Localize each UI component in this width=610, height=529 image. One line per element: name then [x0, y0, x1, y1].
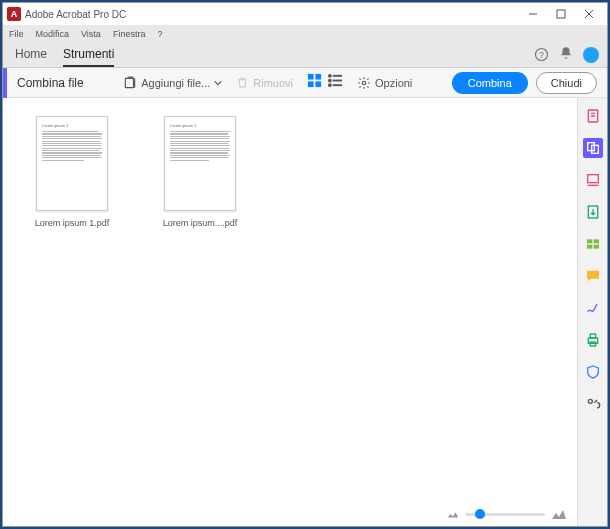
content-area[interactable]: Lorem ipsum 1 Lorem ipsum 1.pdf Lorem ip… — [3, 98, 577, 526]
trash-icon — [236, 76, 249, 89]
window-controls — [519, 4, 603, 24]
view-toggle — [307, 73, 343, 92]
accent-strip — [3, 68, 7, 98]
help-icon[interactable]: ? — [533, 47, 549, 63]
toolbar-mid: Aggiungi file... Rimuovi Opzioni — [123, 73, 412, 92]
zoom-handle[interactable] — [475, 509, 485, 519]
svg-rect-23 — [587, 239, 592, 243]
close-window-button[interactable] — [575, 4, 603, 24]
zoom-out-icon[interactable] — [447, 509, 459, 519]
tool-export-pdf[interactable] — [583, 202, 603, 222]
close-button[interactable]: Chiudi — [536, 72, 597, 94]
grid-view-icon[interactable] — [307, 73, 322, 92]
page-header: Lorem ipsum 1 — [42, 123, 102, 128]
file-label: Lorem ipsum 1.pdf — [22, 218, 122, 228]
tabbar-left: Home Strumenti — [15, 43, 114, 67]
tool-create-pdf[interactable] — [583, 106, 603, 126]
tool-protect[interactable] — [583, 362, 603, 382]
file-thumb[interactable]: Lorem ipsum 2 Lorem ipsum....pdf — [155, 116, 245, 228]
page-lines — [42, 131, 102, 161]
tab-strumenti[interactable]: Strumenti — [63, 43, 114, 67]
svg-point-15 — [329, 80, 331, 82]
menu-help[interactable]: ? — [157, 29, 162, 39]
tabbar-right: ? — [533, 46, 599, 64]
page-preview: Lorem ipsum 2 — [164, 116, 236, 211]
svg-rect-1 — [557, 10, 565, 18]
remove-label: Rimuovi — [253, 77, 293, 89]
maximize-button[interactable] — [547, 4, 575, 24]
menu-finestra[interactable]: Finestra — [113, 29, 146, 39]
titlebar-left: A Adobe Acrobat Pro DC — [7, 7, 126, 21]
zoom-slider[interactable] — [465, 513, 545, 516]
add-files-button[interactable]: Aggiungi file... — [123, 76, 222, 90]
avatar[interactable] — [583, 47, 599, 63]
add-files-label: Aggiungi file... — [141, 77, 210, 89]
menu-file[interactable]: File — [9, 29, 24, 39]
toolbar-left: Combina file — [3, 68, 84, 98]
main-area: Lorem ipsum 1 Lorem ipsum 1.pdf Lorem ip… — [3, 98, 607, 526]
tool-print[interactable] — [583, 330, 603, 350]
tool-edit-pdf[interactable] — [583, 170, 603, 190]
toolbar-title: Combina file — [17, 76, 84, 90]
page-header: Lorem ipsum 2 — [170, 123, 230, 128]
svg-point-30 — [588, 399, 592, 403]
svg-rect-28 — [590, 334, 595, 338]
menu-vista[interactable]: Vista — [81, 29, 101, 39]
svg-rect-24 — [593, 239, 598, 243]
zoom-in-icon[interactable] — [551, 508, 567, 520]
svg-point-16 — [329, 84, 331, 86]
app-icon: A — [7, 7, 21, 21]
file-thumb[interactable]: Lorem ipsum 1 Lorem ipsum 1.pdf — [27, 116, 117, 228]
tool-fill-sign[interactable] — [583, 298, 603, 318]
app-title: Adobe Acrobat Pro DC — [25, 9, 126, 20]
options-label: Opzioni — [375, 77, 412, 89]
remove-button: Rimuovi — [236, 76, 293, 89]
svg-rect-21 — [587, 175, 598, 183]
tool-organize[interactable] — [583, 234, 603, 254]
svg-rect-26 — [593, 245, 598, 249]
tool-comment[interactable] — [583, 266, 603, 286]
svg-rect-7 — [308, 74, 314, 80]
zoom-bar — [447, 508, 567, 520]
svg-point-17 — [362, 81, 366, 85]
file-label: Lorem ipsum....pdf — [150, 218, 250, 228]
right-sidebar — [577, 98, 607, 526]
minimize-button[interactable] — [519, 4, 547, 24]
svg-rect-10 — [315, 81, 321, 87]
chevron-down-icon — [214, 79, 222, 87]
page-preview: Lorem ipsum 1 — [36, 116, 108, 211]
page-lines — [170, 131, 230, 161]
tool-combine[interactable] — [583, 138, 603, 158]
combine-button[interactable]: Combina — [452, 72, 528, 94]
gear-icon — [357, 76, 371, 90]
tool-more[interactable] — [583, 394, 603, 414]
svg-rect-6 — [126, 78, 134, 87]
svg-point-14 — [329, 75, 331, 77]
menubar: File Modifica Vista Finestra ? — [3, 25, 607, 42]
list-view-icon[interactable] — [328, 73, 343, 92]
svg-rect-8 — [315, 74, 321, 80]
tab-home[interactable]: Home — [15, 43, 47, 67]
bell-icon[interactable] — [559, 46, 573, 64]
titlebar: A Adobe Acrobat Pro DC — [3, 3, 607, 25]
app-window: A Adobe Acrobat Pro DC File Modifica Vis… — [2, 2, 608, 527]
options-button[interactable]: Opzioni — [357, 76, 412, 90]
svg-text:?: ? — [538, 50, 543, 60]
menu-modifica[interactable]: Modifica — [36, 29, 70, 39]
toolbar-right: Combina Chiudi — [452, 72, 597, 94]
svg-rect-25 — [587, 245, 592, 249]
toolbar: Combina file Aggiungi file... Rimuovi Op… — [3, 68, 607, 98]
tabbar: Home Strumenti ? — [3, 42, 607, 68]
svg-rect-9 — [308, 81, 314, 87]
